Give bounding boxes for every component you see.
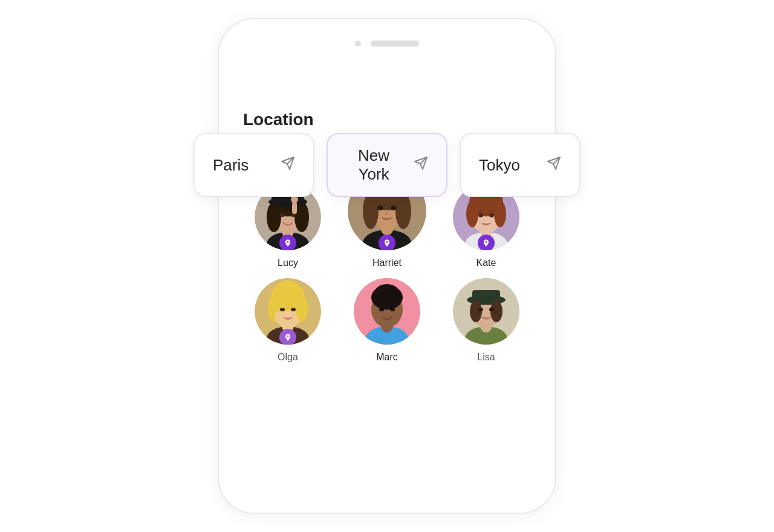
svg-point-55 — [379, 308, 384, 311]
phone-top-bar — [219, 19, 555, 68]
location-pin-kate — [478, 235, 495, 250]
tokyo-nav-icon — [547, 156, 561, 174]
user-name-harriet: Harriet — [372, 258, 402, 268]
svg-point-25 — [385, 213, 389, 215]
svg-point-54 — [375, 284, 399, 301]
user-name-marc: Marc — [376, 352, 398, 363]
svg-point-33 — [494, 201, 506, 227]
location-pin-harriet — [379, 235, 395, 250]
svg-point-64 — [470, 300, 482, 322]
user-avatar-lisa — [453, 278, 519, 345]
scene: Location — [0, 0, 774, 532]
tokyo-label: Tokyo — [479, 156, 520, 175]
user-avatar-marc — [354, 278, 420, 345]
svg-point-21 — [395, 193, 411, 229]
svg-point-32 — [466, 201, 478, 227]
user-item-marc[interactable]: Marc — [342, 278, 432, 363]
svg-point-35 — [478, 213, 483, 218]
newyork-nav-icon — [414, 156, 428, 174]
location-pin-olga — [279, 329, 296, 345]
svg-rect-13 — [292, 202, 297, 214]
user-item-olga[interactable]: Olga — [243, 278, 333, 363]
location-button-paris[interactable]: Paris — [194, 133, 314, 197]
paris-nav-icon — [281, 156, 295, 174]
user-name-olga: Olga — [278, 352, 298, 363]
svg-rect-63 — [472, 290, 500, 302]
svg-point-56 — [390, 308, 395, 311]
svg-rect-47 — [275, 311, 279, 321]
screen-location-label: Location — [231, 98, 543, 135]
user-avatar-olga — [255, 278, 321, 345]
svg-point-20 — [363, 193, 379, 229]
location-buttons: Paris New York Tokyo — [194, 133, 580, 197]
svg-point-43 — [296, 295, 308, 322]
phone-speaker — [371, 41, 419, 47]
phone-mockup: Location — [218, 18, 556, 514]
svg-point-36 — [489, 213, 494, 218]
location-pin-lucy — [279, 235, 296, 250]
user-name-lucy: Lucy — [278, 258, 298, 268]
svg-point-65 — [490, 300, 502, 322]
svg-point-24 — [391, 206, 397, 210]
user-name-kate: Kate — [476, 258, 496, 268]
phone-camera — [355, 41, 361, 47]
user-item-lisa[interactable]: Lisa — [441, 278, 531, 363]
screen-fade — [231, 392, 543, 464]
newyork-label: New York — [346, 146, 402, 184]
user-name-lisa: Lisa — [477, 352, 495, 363]
user-grid: Lucy — [231, 172, 543, 375]
svg-point-6 — [267, 202, 281, 232]
svg-point-11 — [280, 213, 285, 217]
location-button-tokyo[interactable]: Tokyo — [460, 133, 580, 197]
svg-point-46 — [291, 308, 296, 311]
svg-point-23 — [377, 206, 383, 210]
location-button-newyork[interactable]: New York — [327, 133, 447, 197]
svg-point-45 — [280, 308, 285, 311]
svg-point-66 — [478, 308, 483, 311]
svg-point-67 — [489, 308, 494, 311]
paris-label: Paris — [213, 156, 249, 175]
svg-point-44 — [275, 281, 301, 300]
